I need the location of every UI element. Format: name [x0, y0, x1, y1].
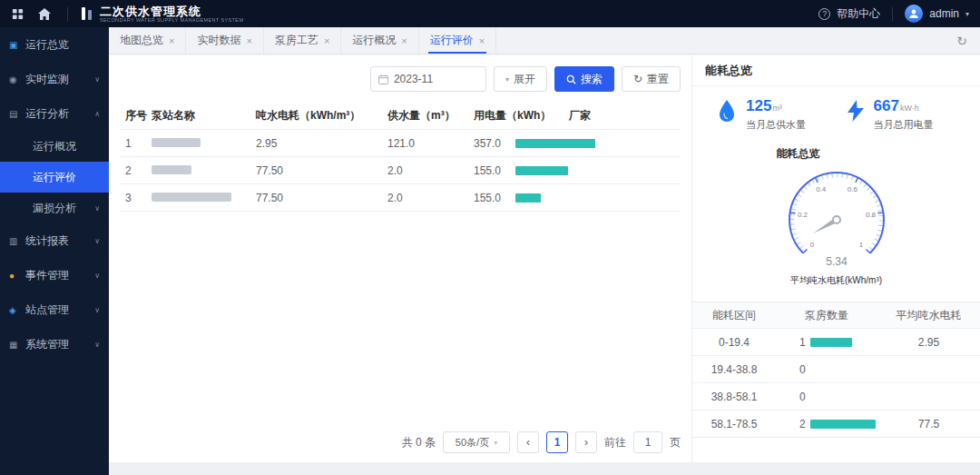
page-number-button[interactable]: 1	[546, 431, 568, 453]
calendar-icon	[378, 74, 388, 84]
username-label[interactable]: admin	[929, 7, 959, 20]
sidebar-item-leakage-analysis[interactable]: 漏损分析 ∨	[0, 193, 109, 223]
table-row[interactable]: 19.4-38.8 0	[692, 356, 980, 383]
panel-title: 能耗总览	[692, 55, 980, 86]
chevron-down-icon: ∨	[94, 306, 100, 314]
close-icon[interactable]: ×	[246, 35, 251, 46]
gauge-label: 平均吨水电耗(kWh/m³)	[790, 274, 882, 287]
reset-button[interactable]: ↻ 重置	[622, 66, 681, 92]
table-row[interactable]: 1 2.95 121.0 357.0	[120, 130, 681, 157]
chevron-down-icon: ∨	[94, 272, 100, 280]
chevron-down-icon: ▾	[494, 439, 497, 447]
home-icon[interactable]	[34, 4, 54, 24]
chevron-down-icon: ∨	[94, 75, 100, 84]
table-row[interactable]: 58.1-78.5 2 77.5	[692, 411, 980, 438]
table-header-row: 能耗区间 泵房数量 平均吨水电耗	[692, 302, 980, 329]
reset-icon: ↻	[633, 73, 642, 85]
power-usage-stat: 667kW·h 当月总用电量	[846, 97, 975, 132]
energy-range-table: 能耗区间 泵房数量 平均吨水电耗 0-19.4 1 2.95 19.4-38.8…	[692, 302, 980, 438]
app-subtitle: SECONDARY WATER SUPPLY MANAGEMENT SYSTEM	[100, 17, 243, 23]
sidebar-item-run-evaluation[interactable]: 运行评价	[0, 162, 109, 193]
event-icon: ●	[9, 271, 25, 281]
topbar: 二次供水管理系统 SECONDARY WATER SUPPLY MANAGEME…	[0, 0, 980, 27]
expand-button[interactable]: ▾ 展开	[494, 66, 547, 92]
svg-text:0.8: 0.8	[865, 211, 876, 219]
water-drop-icon	[716, 99, 738, 123]
monitor-icon: ◉	[9, 74, 25, 84]
pump-station-panel: ▾ 展开 搜索 ↻ 重置 序号 泵站名称	[109, 55, 691, 462]
water-supply-stat: 125m³ 当月总供水量	[716, 97, 846, 132]
topbar-divider	[67, 7, 68, 21]
chevron-down-icon: ∨	[94, 237, 100, 245]
close-icon[interactable]: ×	[401, 35, 407, 46]
sidebar-item-run-analysis[interactable]: ▤ 运行分析 ∧	[0, 96, 109, 131]
power-bar	[515, 193, 541, 203]
energy-overview-panel: 能耗总览 125m³ 当月总供水量	[691, 55, 980, 462]
tab-pump-process[interactable]: 泵房工艺 ×	[264, 27, 341, 54]
sidebar-item-run-profile[interactable]: 运行概况	[0, 131, 109, 162]
month-picker[interactable]	[370, 66, 486, 92]
chevron-down-icon: ∨	[94, 341, 100, 349]
energy-stats: 125m³ 当月总供水量 667kW·h 当月总用电量	[692, 86, 980, 132]
tab-realtime-data[interactable]: 实时数据 ×	[186, 27, 263, 54]
query-toolbar: ▾ 展开 搜索 ↻ 重置	[120, 66, 681, 92]
redacted-station-name	[152, 193, 231, 202]
gauge-needle	[813, 216, 840, 233]
person-icon	[908, 8, 919, 19]
svg-text:0: 0	[809, 241, 814, 249]
app-title: 二次供水管理系统	[100, 5, 256, 17]
goto-label: 前往	[604, 435, 626, 450]
app-root: 二次供水管理系统 SECONDARY WATER SUPPLY MANAGEME…	[0, 0, 980, 475]
bottom-strip	[109, 462, 980, 475]
sidebar-item-sites[interactable]: ◈ 站点管理 ∨	[0, 292, 109, 327]
user-avatar[interactable]	[905, 5, 923, 23]
redacted-station-name	[152, 138, 201, 147]
apps-grid-icon[interactable]	[7, 4, 27, 24]
report-icon: ▥	[9, 236, 25, 246]
power-bar	[515, 166, 568, 175]
help-center-link[interactable]: 帮助中心	[837, 6, 880, 22]
tab-run-profile[interactable]: 运行概况 ×	[341, 27, 418, 54]
tab-run-evaluation[interactable]: 运行评价 ×	[419, 27, 496, 54]
pump-station-table: 序号 泵站名称 吨水电耗（kWh/m³） 供水量（m³） 用电量（kWh） 厂家…	[120, 103, 681, 212]
app-logo: 二次供水管理系统 SECONDARY WATER SUPPLY MANAGEME…	[81, 5, 256, 23]
next-page-button[interactable]: ›	[575, 431, 597, 453]
count-bar	[810, 420, 876, 429]
svg-text:1: 1	[858, 241, 863, 249]
sidebar-item-run-overview[interactable]: ▣ 运行总览	[0, 27, 109, 62]
redacted-station-name	[152, 165, 191, 174]
sidebar-item-events[interactable]: ● 事件管理 ∨	[0, 258, 109, 292]
pagination: 共 0 条 50条/页 ▾ ‹ 1 › 前往 页	[402, 431, 681, 453]
table-row[interactable]: 0-19.4 1 2.95	[692, 329, 980, 356]
power-bar	[515, 139, 595, 148]
svg-text:0.4: 0.4	[816, 185, 827, 193]
close-icon[interactable]: ×	[479, 35, 485, 46]
tab-map-overview[interactable]: 地图总览 ×	[109, 27, 186, 54]
month-picker-input[interactable]	[394, 73, 466, 85]
content: ▾ 展开 搜索 ↻ 重置 序号 泵站名称	[109, 55, 980, 462]
site-icon: ◈	[9, 305, 25, 315]
tab-bar: 地图总览 × 实时数据 × 泵房工艺 × 运行概况 × 运行评价 × ↻	[109, 27, 980, 54]
page-size-select[interactable]: 50条/页 ▾	[443, 431, 510, 453]
sidebar: ▣ 运行总览 ◉ 实时监测 ∨ ▤ 运行分析 ∧ 运行概况 运行评价 漏损分析 …	[0, 27, 109, 475]
chevron-down-icon[interactable]: ▾	[965, 10, 969, 18]
sidebar-item-report[interactable]: ▥ 统计报表 ∨	[0, 223, 109, 258]
gauge-value: 5.34	[826, 255, 848, 268]
goto-page-input[interactable]	[633, 431, 662, 453]
search-icon	[566, 74, 576, 84]
page-word-label: 页	[670, 435, 681, 450]
search-button[interactable]: 搜索	[554, 66, 614, 92]
pagination-total: 共 0 条	[402, 435, 436, 450]
chevron-down-icon: ∨	[94, 204, 100, 213]
table-row[interactable]: 38.8-58.1 0	[692, 383, 980, 411]
refresh-icon[interactable]: ↻	[944, 27, 980, 54]
close-icon[interactable]: ×	[169, 35, 174, 46]
sidebar-item-system[interactable]: ▦ 系统管理 ∨	[0, 327, 109, 361]
table-row[interactable]: 3 77.50 2.0 155.0	[120, 184, 681, 212]
prev-page-button[interactable]: ‹	[517, 431, 539, 453]
close-icon[interactable]: ×	[324, 35, 329, 46]
table-row[interactable]: 2 77.50 2.0 155.0	[120, 157, 681, 184]
sidebar-item-realtime-monitor[interactable]: ◉ 实时监测 ∨	[0, 62, 109, 96]
svg-text:0.2: 0.2	[797, 211, 808, 219]
topbar-divider	[892, 7, 893, 21]
